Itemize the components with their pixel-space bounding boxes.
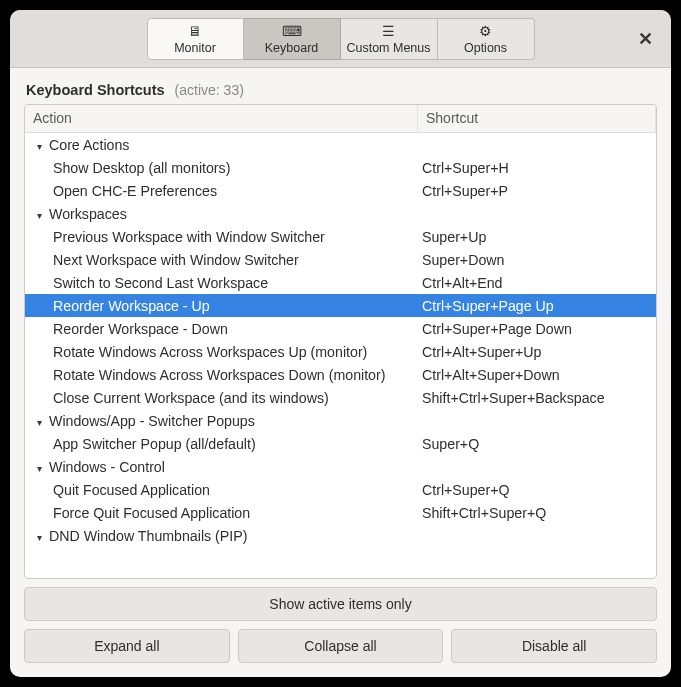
tree-group-row[interactable]: ▾DND Window Thumbnails (PIP) (25, 524, 656, 547)
show-active-button[interactable]: Show active items only (24, 587, 657, 621)
chevron-down-icon[interactable]: ▾ (33, 463, 45, 474)
cell-action: ▾Core Actions (25, 137, 418, 153)
cell-shortcut: Ctrl+Alt+Super+Up (418, 344, 656, 360)
tree-item-row[interactable]: Open CHC-E PreferencesCtrl+Super+P (25, 179, 656, 202)
cell-shortcut: Ctrl+Super+Q (418, 482, 656, 498)
tree-item-row[interactable]: Force Quit Focused ApplicationShift+Ctrl… (25, 501, 656, 524)
tree-item-row[interactable]: Show Desktop (all monitors)Ctrl+Super+H (25, 156, 656, 179)
tree-item-row[interactable]: Rotate Windows Across Workspaces Up (mon… (25, 340, 656, 363)
tab-label: Options (464, 41, 507, 55)
cell-action: Close Current Workspace (and its windows… (25, 390, 418, 406)
tree-item-row[interactable]: Switch to Second Last WorkspaceCtrl+Alt+… (25, 271, 656, 294)
tree-item-row[interactable]: Previous Workspace with Window SwitcherS… (25, 225, 656, 248)
cell-action: Force Quit Focused Application (25, 505, 418, 521)
tab-custom-menus[interactable]: ☰ Custom Menus (341, 18, 438, 60)
row-label: Core Actions (49, 137, 129, 153)
row-label: Workspaces (49, 206, 127, 222)
menu-icon: ☰ (382, 23, 395, 39)
chevron-down-icon[interactable]: ▾ (33, 417, 45, 428)
cell-shortcut: Ctrl+Super+Page Up (418, 298, 656, 314)
row-label: Force Quit Focused Application (53, 505, 250, 521)
keyboard-icon: ⌨ (282, 23, 302, 39)
tab-options[interactable]: ⚙ Options (438, 18, 535, 60)
monitor-icon: 🖥 (188, 23, 202, 39)
cell-shortcut: Super+Up (418, 229, 656, 245)
cell-shortcut: Ctrl+Alt+Super+Down (418, 367, 656, 383)
tab-monitor[interactable]: 🖥 Monitor (147, 18, 244, 60)
cell-action: Next Workspace with Window Switcher (25, 252, 418, 268)
preferences-window: 🖥 Monitor ⌨ Keyboard ☰ Custom Menus ⚙ Op… (10, 10, 671, 677)
cell-action: Rotate Windows Across Workspaces Up (mon… (25, 344, 418, 360)
tree-item-row[interactable]: Quit Focused ApplicationCtrl+Super+Q (25, 478, 656, 501)
header-shortcut[interactable]: Shortcut (418, 105, 656, 132)
cell-shortcut: Ctrl+Alt+End (418, 275, 656, 291)
section-title: Keyboard Shortcuts (26, 82, 165, 98)
cell-shortcut: Ctrl+Super+Page Down (418, 321, 656, 337)
cell-action: Show Desktop (all monitors) (25, 160, 418, 176)
cell-shortcut: Ctrl+Super+H (418, 160, 656, 176)
cell-action: ▾Workspaces (25, 206, 418, 222)
tree-item-row[interactable]: Rotate Windows Across Workspaces Down (m… (25, 363, 656, 386)
row-label: Reorder Workspace - Down (53, 321, 228, 337)
active-count: (active: 33) (175, 82, 244, 98)
section-header: Keyboard Shortcuts (active: 33) (24, 82, 657, 98)
row-label: Close Current Workspace (and its windows… (53, 390, 329, 406)
collapse-all-button[interactable]: Collapse all (238, 629, 444, 663)
gear-icon: ⚙ (479, 23, 492, 39)
titlebar: 🖥 Monitor ⌨ Keyboard ☰ Custom Menus ⚙ Op… (10, 10, 671, 68)
row-label: App Switcher Popup (all/default) (53, 436, 256, 452)
expand-all-button[interactable]: Expand all (24, 629, 230, 663)
disable-all-button[interactable]: Disable all (451, 629, 657, 663)
cell-action: ▾Windows/App - Switcher Popups (25, 413, 418, 429)
tree-item-row[interactable]: Reorder Workspace - UpCtrl+Super+Page Up (25, 294, 656, 317)
cell-shortcut: Super+Down (418, 252, 656, 268)
cell-action: Switch to Second Last Workspace (25, 275, 418, 291)
cell-action: Open CHC-E Preferences (25, 183, 418, 199)
tree-item-row[interactable]: Next Workspace with Window SwitcherSuper… (25, 248, 656, 271)
row-label: Windows/App - Switcher Popups (49, 413, 255, 429)
cell-action: Reorder Workspace - Up (25, 298, 418, 314)
content-area: Keyboard Shortcuts (active: 33) Action S… (10, 68, 671, 677)
tree-item-row[interactable]: Reorder Workspace - DownCtrl+Super+Page … (25, 317, 656, 340)
button-area: Show active items only Expand all Collap… (24, 587, 657, 663)
cell-action: Reorder Workspace - Down (25, 321, 418, 337)
tree-item-row[interactable]: App Switcher Popup (all/default)Super+Q (25, 432, 656, 455)
tree-group-row[interactable]: ▾Workspaces (25, 202, 656, 225)
row-label: Reorder Workspace - Up (53, 298, 210, 314)
tree-item-row[interactable]: Close Current Workspace (and its windows… (25, 386, 656, 409)
tab-keyboard[interactable]: ⌨ Keyboard (244, 18, 341, 60)
chevron-down-icon[interactable]: ▾ (33, 532, 45, 543)
tab-group: 🖥 Monitor ⌨ Keyboard ☰ Custom Menus ⚙ Op… (147, 18, 535, 60)
cell-action: Previous Workspace with Window Switcher (25, 229, 418, 245)
row-label: Rotate Windows Across Workspaces Down (m… (53, 367, 385, 383)
shortcut-tree: Action Shortcut ▾Core ActionsShow Deskto… (24, 104, 657, 579)
column-headers: Action Shortcut (25, 105, 656, 133)
row-label: Open CHC-E Preferences (53, 183, 217, 199)
tab-label: Custom Menus (346, 41, 430, 55)
chevron-down-icon[interactable]: ▾ (33, 141, 45, 152)
row-label: Show Desktop (all monitors) (53, 160, 230, 176)
cell-action: ▾DND Window Thumbnails (PIP) (25, 528, 418, 544)
tree-group-row[interactable]: ▾Windows/App - Switcher Popups (25, 409, 656, 432)
tab-label: Keyboard (265, 41, 319, 55)
chevron-down-icon[interactable]: ▾ (33, 210, 45, 221)
tree-group-row[interactable]: ▾Windows - Control (25, 455, 656, 478)
cell-action: Rotate Windows Across Workspaces Down (m… (25, 367, 418, 383)
row-label: Windows - Control (49, 459, 165, 475)
row-label: Next Workspace with Window Switcher (53, 252, 299, 268)
tab-label: Monitor (174, 41, 216, 55)
cell-shortcut: Super+Q (418, 436, 656, 452)
button-row: Expand all Collapse all Disable all (24, 629, 657, 663)
close-button[interactable]: ✕ (638, 28, 653, 50)
row-label: DND Window Thumbnails (PIP) (49, 528, 247, 544)
cell-action: Quit Focused Application (25, 482, 418, 498)
cell-shortcut: Ctrl+Super+P (418, 183, 656, 199)
header-action[interactable]: Action (25, 105, 418, 132)
cell-shortcut: Shift+Ctrl+Super+Q (418, 505, 656, 521)
close-icon: ✕ (638, 29, 653, 49)
tree-group-row[interactable]: ▾Core Actions (25, 133, 656, 156)
tree-body[interactable]: ▾Core ActionsShow Desktop (all monitors)… (25, 133, 656, 578)
cell-action: ▾Windows - Control (25, 459, 418, 475)
cell-shortcut: Shift+Ctrl+Super+Backspace (418, 390, 656, 406)
cell-action: App Switcher Popup (all/default) (25, 436, 418, 452)
